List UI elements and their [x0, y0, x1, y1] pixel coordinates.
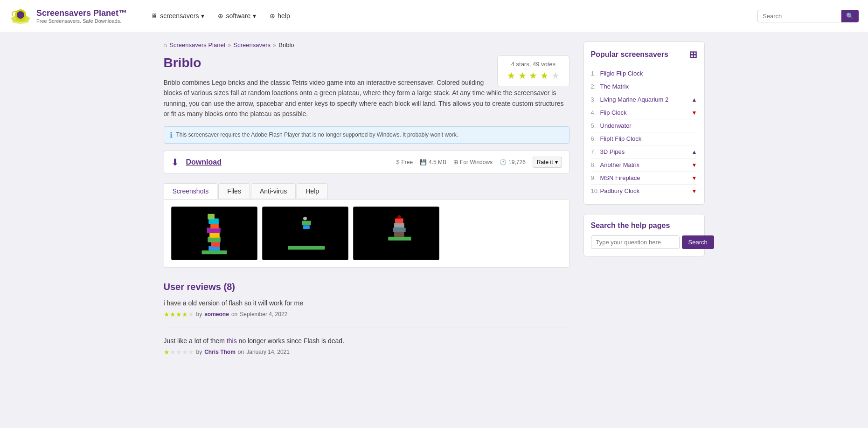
main-nav: 🖥 screensavers ▾ ⊕ software ▾ ⊕ help — [146, 9, 296, 22]
review-date-1: September 4, 2022 — [240, 311, 287, 318]
screenshot-2[interactable] — [262, 207, 348, 260]
windows-icon: ⊞ — [453, 159, 458, 166]
header: Screensavers Planet™ Free Screensavers. … — [0, 0, 868, 32]
logo[interactable]: Screensavers Planet™ Free Screensavers. … — [9, 5, 127, 27]
disk-icon: 💾 — [420, 159, 427, 166]
star-2: ★ — [518, 70, 527, 81]
chevron-down-icon: ▾ — [201, 12, 204, 20]
tab-help[interactable]: Help — [297, 183, 328, 199]
nav-software-label: software — [226, 12, 250, 20]
list-item: 5. Underwater — [591, 119, 697, 132]
trend-down-icon-4: ▼ — [692, 110, 697, 116]
tab-antivirus[interactable]: Anti-virus — [251, 183, 296, 199]
breadcrumb-home-link[interactable]: Screensavers Planet — [169, 41, 225, 48]
svg-rect-22 — [394, 223, 404, 228]
popular-link-2[interactable]: The Matrix — [600, 83, 697, 90]
filesize-info: 💾 4.5 MB — [420, 159, 446, 166]
popular-link-5[interactable]: Underwater — [600, 122, 697, 129]
screenshot-1[interactable] — [171, 207, 257, 260]
popular-link-10[interactable]: Padbury Clock — [600, 187, 689, 194]
reviews-section: User reviews (8) i have a old version of… — [164, 282, 569, 366]
home-icon: ⌂ — [164, 41, 167, 48]
svg-rect-13 — [201, 250, 227, 254]
item-num-7: 7. — [591, 148, 600, 155]
search-button[interactable]: 🔍 — [841, 10, 859, 22]
breadcrumb-screensavers-link[interactable]: Screensavers — [234, 41, 271, 48]
list-item: 6. FlipIt Flip Clock — [591, 132, 697, 145]
help-search-area: Search — [591, 235, 697, 249]
info-icon: ℹ — [170, 131, 173, 139]
nav-screensavers-label: screensavers — [160, 12, 199, 20]
item-num-4: 4. — [591, 109, 600, 116]
download-icon: ⬇ — [171, 157, 179, 168]
chevron-down-icon-2: ▾ — [253, 12, 256, 20]
reviews-title: User reviews (8) — [164, 282, 569, 292]
review-on-1: on — [231, 311, 237, 318]
download-link[interactable]: Download — [186, 158, 222, 166]
review-on-2: on — [238, 349, 244, 355]
screenshot-3[interactable] — [353, 207, 439, 260]
screen-icon: 🖥 — [151, 12, 158, 20]
nav-screensavers[interactable]: 🖥 screensavers ▾ — [146, 9, 210, 22]
tab-screenshots[interactable]: Screenshots — [164, 183, 218, 199]
dollar-icon: $ — [396, 159, 400, 166]
clock-icon: 🕐 — [500, 159, 507, 166]
list-item: 2. The Matrix — [591, 80, 697, 93]
svg-rect-17 — [288, 246, 325, 249]
nav-software[interactable]: ⊕ software ▾ — [212, 9, 262, 22]
search-input[interactable] — [757, 10, 841, 22]
help-search-button[interactable]: Search — [682, 235, 714, 249]
sidebar: Popular screensavers ⊞ 1. Fliglo Flip Cl… — [583, 41, 705, 375]
search-help-title: Search the help pages — [591, 221, 697, 230]
screenshots-grid — [171, 207, 562, 260]
svg-rect-25 — [388, 236, 411, 240]
review-meta-2: ★★★★★ by Chris Thom on January 14, 2021 — [164, 348, 569, 356]
popular-link-8[interactable]: Another Matrix — [600, 161, 689, 168]
rate-label: Rate it — [537, 159, 553, 166]
review-date-2: January 14, 2021 — [246, 349, 290, 355]
review-text-2: Just like a lot of them this no longer w… — [164, 337, 569, 345]
list-item: 8. Another Matrix ▼ — [591, 159, 697, 172]
nav-help-label: help — [278, 12, 290, 20]
screenshot-3-img — [354, 207, 439, 260]
popular-link-6[interactable]: FlipIt Flip Clock — [600, 135, 697, 142]
tab-files[interactable]: Files — [218, 183, 250, 199]
star-4: ★ — [540, 70, 549, 81]
item-num-2: 2. — [591, 83, 600, 90]
software-icon: ⊕ — [218, 12, 223, 20]
logo-icon — [9, 5, 32, 27]
review-author-2: Chris Thom — [204, 349, 236, 355]
item-num-10: 10. — [591, 187, 600, 194]
download-meta: $ Free 💾 4.5 MB ⊞ For Windows 🕐 19,726 R… — [396, 157, 562, 168]
review-item-2: Just like a lot of them this no longer w… — [164, 337, 569, 366]
svg-rect-23 — [393, 228, 406, 232]
svg-point-18 — [303, 216, 307, 220]
popular-link-9[interactable]: MSN Fireplace — [600, 174, 689, 181]
review-by-2: by — [196, 349, 202, 355]
help-search-section: Search the help pages Search — [583, 214, 705, 256]
site-title: Screensavers Planet™ — [36, 8, 127, 18]
review-text-1: i have a old version of flash so it will… — [164, 299, 569, 307]
popular-link-1[interactable]: Fliglo Flip Clock — [600, 70, 697, 77]
star-3: ★ — [529, 70, 537, 81]
popular-list: 1. Fliglo Flip Clock 2. The Matrix 3. Li… — [591, 67, 697, 197]
nav-help[interactable]: ⊕ help — [264, 9, 295, 22]
list-item: 10. Padbury Clock ▼ — [591, 185, 697, 197]
item-num-3: 3. — [591, 96, 600, 103]
item-num-6: 6. — [591, 135, 600, 142]
rating-stars: ★ ★ ★ ★ ★ — [507, 70, 559, 81]
svg-rect-24 — [394, 232, 404, 237]
screenshot-1-img — [172, 207, 257, 260]
svg-rect-16 — [303, 225, 310, 229]
review-author-1: someone — [204, 311, 229, 318]
popular-link-3[interactable]: Living Marine Aquarium 2 — [600, 96, 689, 103]
item-num-9: 9. — [591, 174, 600, 181]
tabs: Screenshots Files Anti-virus Help — [164, 183, 569, 199]
trend-down-icon-9: ▼ — [692, 175, 697, 181]
popular-link-4[interactable]: Flip Clock — [600, 109, 689, 116]
rate-chevron: ▾ — [555, 159, 558, 166]
help-search-input[interactable] — [591, 235, 680, 249]
rate-button[interactable]: Rate it ▾ — [533, 157, 562, 168]
popular-link-7[interactable]: 3D Pipes — [600, 148, 689, 155]
trend-up-icon-3: ▲ — [692, 97, 697, 103]
